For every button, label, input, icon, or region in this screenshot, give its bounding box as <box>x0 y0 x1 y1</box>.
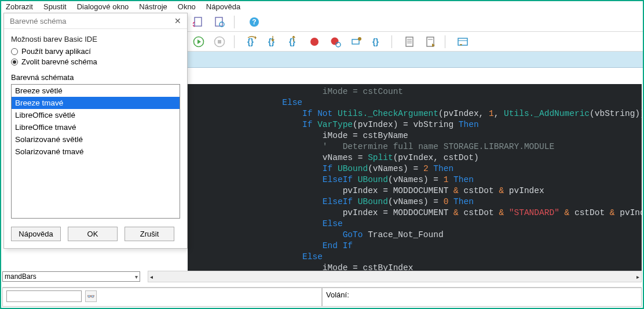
code-line: If VarType(pvIndex) = vbString Then <box>188 119 642 130</box>
svg-text:{}: {} <box>372 37 379 46</box>
code-line: Else <box>188 219 642 230</box>
lower-panels: 👓 Volání: <box>2 287 642 307</box>
help-icon[interactable]: ? <box>248 16 261 28</box>
svg-rect-21 <box>406 37 413 46</box>
breakpoint-icon[interactable] <box>308 35 321 48</box>
code-line: pvIndex = MODDOCUMENT & cstDot & "STANDA… <box>188 208 642 219</box>
doc-arrow-icon[interactable] <box>192 16 205 28</box>
svg-point-17 <box>336 42 341 47</box>
code-line: ElseIf UBound(vNames) = 0 Then <box>188 197 642 208</box>
svg-rect-28 <box>458 38 467 45</box>
catalog-icon[interactable] <box>456 35 469 48</box>
code-line: vNames = Split(pvIndex, cstDot) <box>188 152 642 163</box>
scheme-item[interactable]: Breeze tmavé <box>12 97 180 109</box>
module-dropdown-label: mandBars <box>5 272 36 281</box>
svg-point-19 <box>358 37 361 41</box>
svg-rect-8 <box>218 40 221 43</box>
menubar[interactable]: Zobrazit Spustit Dialogové okno Nástroje… <box>1 1 643 12</box>
code-line: iMode = cstCount <box>188 86 642 97</box>
svg-marker-6 <box>197 39 201 44</box>
svg-text:{}: {} <box>289 37 295 46</box>
menu-item[interactable]: Okno <box>178 2 196 11</box>
step-into-icon[interactable]: {} <box>266 35 279 48</box>
braces-icon[interactable]: {} <box>371 35 383 48</box>
callstack-panel: Volání: <box>322 288 642 307</box>
breakpoint-config-icon[interactable] <box>329 35 342 48</box>
stop-icon[interactable] <box>213 35 226 48</box>
module-dropdown[interactable]: mandBars ▾ <box>2 271 140 282</box>
watch-panel: 👓 <box>2 288 322 307</box>
code-line: Else <box>188 252 642 263</box>
svg-rect-0 <box>195 17 202 26</box>
chevron-down-icon: ▾ <box>135 274 138 280</box>
scheme-item[interactable]: LibreOffice světlé <box>12 109 180 121</box>
radio-icon <box>11 48 18 55</box>
scroll-right-icon[interactable]: ▸ <box>636 274 639 280</box>
code-line: End If <box>188 241 642 252</box>
radio-label: Použít barvy aplikací <box>21 47 91 56</box>
code-line: Else <box>188 97 642 108</box>
close-icon[interactable]: ✕ <box>174 16 181 26</box>
svg-point-16 <box>331 37 339 45</box>
scheme-list-label: Barevná schémata <box>11 73 180 82</box>
dialog-titlebar[interactable]: Barevné schéma ✕ <box>4 13 187 29</box>
scheme-item[interactable]: Solarizované tmavé <box>12 146 180 158</box>
code-line: If UBound(vNames) = 2 Then <box>188 163 642 175</box>
radio-icon <box>11 59 18 66</box>
help-button[interactable]: Nápověda <box>11 227 61 241</box>
color-scheme-dialog: Barevné schéma ✕ Možnosti barev Basic ID… <box>3 13 188 249</box>
cancel-button[interactable]: Zrušit <box>125 227 174 241</box>
doc-gear-icon[interactable] <box>213 16 226 28</box>
menu-item[interactable]: Zobrazit <box>6 2 33 11</box>
menu-item[interactable]: Nástroje <box>139 2 167 11</box>
svg-point-15 <box>310 38 319 46</box>
radio-app-colors[interactable]: Použít barvy aplikací <box>11 47 180 56</box>
glasses-icon[interactable]: 👓 <box>85 290 97 302</box>
doc-arrow-right-icon[interactable] <box>424 35 437 48</box>
svg-text:{}: {} <box>268 37 275 46</box>
code-line: If Not Utils._CheckArgument(pvIndex, 1, … <box>188 108 642 119</box>
svg-rect-18 <box>352 39 359 44</box>
code-line: iMode = cstByName <box>188 130 642 141</box>
radio-label: Zvolit barevné schéma <box>21 57 97 66</box>
svg-text:{}: {} <box>247 37 254 46</box>
code-line: ' Determine full name STORAGE.LIBRARY.MO… <box>188 141 642 152</box>
tab-band <box>188 52 643 68</box>
dialog-section-title: Možnosti barev Basic IDE <box>11 35 180 43</box>
horizontal-scrollbar[interactable]: ◂ ▸ <box>148 271 642 282</box>
toolbar-upper: ? <box>188 12 643 32</box>
doc-icon[interactable] <box>403 35 416 48</box>
scheme-item[interactable]: LibreOffice tmavé <box>12 121 180 133</box>
radio-choose-scheme[interactable]: Zvolit barevné schéma <box>11 57 180 66</box>
code-editor[interactable]: iMode = cstCount Else If Not Utils._Chec… <box>188 84 642 271</box>
step-out-icon[interactable]: {} <box>287 35 300 48</box>
ok-button[interactable]: OK <box>68 227 118 241</box>
menu-item[interactable]: Dialogové okno <box>77 2 129 11</box>
svg-text:?: ? <box>252 18 256 26</box>
menu-item[interactable]: Nápověda <box>206 2 240 11</box>
scroll-left-icon[interactable]: ◂ <box>150 274 153 280</box>
code-line: pvIndex = MODDOCUMENT & cstDot & pvIndex <box>188 186 642 197</box>
dialog-title: Barevné schéma <box>10 17 67 26</box>
watch-icon[interactable] <box>350 35 363 48</box>
menu-item[interactable]: Spustit <box>43 2 67 11</box>
callstack-label: Volání: <box>326 290 349 299</box>
toolbar-debug: {} {} {} {} <box>188 32 643 52</box>
code-line: ElseIf UBound(vNames) = 1 Then <box>188 175 642 186</box>
step-over-icon[interactable]: {} <box>246 35 258 48</box>
run-icon[interactable] <box>192 35 205 48</box>
code-line: iMode = cstByIndex <box>188 263 642 271</box>
scheme-item[interactable]: Solarizované světlé <box>12 133 180 146</box>
svg-marker-10 <box>255 36 257 39</box>
code-line: GoTo Trace_Not_Found <box>188 230 642 241</box>
scheme-list[interactable]: Breeze světléBreeze tmavéLibreOffice svě… <box>11 84 180 219</box>
scheme-item[interactable]: Breeze světlé <box>12 85 180 97</box>
watch-input[interactable] <box>6 290 82 302</box>
